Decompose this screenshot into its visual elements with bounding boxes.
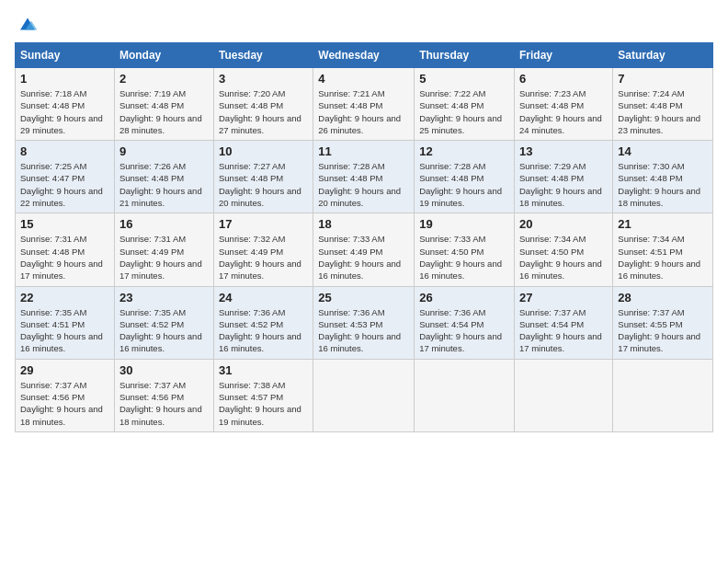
day-info: Sunrise: 7:32 AM Sunset: 4:49 PM Dayligh… [219,233,308,282]
calendar-week-4: 22 Sunrise: 7:35 AM Sunset: 4:51 PM Dayl… [16,286,713,359]
day-number: 29 [20,363,109,377]
day-number: 28 [618,291,708,304]
calendar-cell: 9 Sunrise: 7:26 AM Sunset: 4:48 PM Dayli… [114,141,213,213]
calendar-cell: 31 Sunrise: 7:38 AM Sunset: 4:57 PM Dayl… [213,359,313,431]
day-info: Sunrise: 7:28 AM Sunset: 4:48 PM Dayligh… [419,160,509,209]
day-number: 14 [618,144,708,158]
day-number: 26 [419,291,509,304]
day-number: 7 [618,72,708,86]
day-info: Sunrise: 7:20 AM Sunset: 4:48 PM Dayligh… [219,87,308,136]
day-number: 22 [20,291,109,304]
day-number: 30 [119,363,209,377]
day-number: 19 [419,217,509,231]
day-info: Sunrise: 7:21 AM Sunset: 4:48 PM Dayligh… [318,87,409,136]
calendar-cell [515,359,613,431]
day-number: 21 [618,217,708,231]
day-number: 6 [519,72,608,86]
day-number: 9 [119,144,209,158]
day-info: Sunrise: 7:18 AM Sunset: 4:48 PM Dayligh… [20,87,109,136]
calendar-header-sunday: Sunday [16,43,115,68]
calendar-cell: 17 Sunrise: 7:32 AM Sunset: 4:49 PM Dayl… [213,213,313,286]
calendar-cell: 21 Sunrise: 7:34 AM Sunset: 4:51 PM Dayl… [613,213,713,286]
calendar-cell [415,359,515,431]
day-number: 12 [419,144,509,158]
calendar-cell: 11 Sunrise: 7:28 AM Sunset: 4:48 PM Dayl… [313,141,415,213]
day-number: 16 [119,217,209,231]
day-info: Sunrise: 7:37 AM Sunset: 4:56 PM Dayligh… [119,379,209,428]
day-info: Sunrise: 7:38 AM Sunset: 4:57 PM Dayligh… [219,379,308,428]
calendar-cell: 29 Sunrise: 7:37 AM Sunset: 4:56 PM Dayl… [16,359,115,431]
calendar-cell: 1 Sunrise: 7:18 AM Sunset: 4:48 PM Dayli… [16,68,115,141]
calendar-cell: 16 Sunrise: 7:31 AM Sunset: 4:49 PM Dayl… [114,213,213,286]
calendar-cell: 5 Sunrise: 7:22 AM Sunset: 4:48 PM Dayli… [415,68,515,141]
calendar-cell: 27 Sunrise: 7:37 AM Sunset: 4:54 PM Dayl… [515,286,613,359]
day-number: 8 [20,144,109,158]
page-header [15,15,713,33]
day-info: Sunrise: 7:33 AM Sunset: 4:50 PM Dayligh… [419,233,509,282]
calendar-cell: 20 Sunrise: 7:34 AM Sunset: 4:50 PM Dayl… [515,213,613,286]
day-info: Sunrise: 7:37 AM Sunset: 4:55 PM Dayligh… [618,306,708,355]
day-info: Sunrise: 7:37 AM Sunset: 4:54 PM Dayligh… [519,306,608,355]
day-info: Sunrise: 7:31 AM Sunset: 4:48 PM Dayligh… [20,233,109,282]
day-number: 3 [219,72,308,86]
calendar-cell: 28 Sunrise: 7:37 AM Sunset: 4:55 PM Dayl… [613,286,713,359]
calendar-cell: 25 Sunrise: 7:36 AM Sunset: 4:53 PM Dayl… [313,286,415,359]
calendar-cell: 10 Sunrise: 7:27 AM Sunset: 4:48 PM Dayl… [213,141,313,213]
day-info: Sunrise: 7:29 AM Sunset: 4:48 PM Dayligh… [519,160,608,209]
day-info: Sunrise: 7:34 AM Sunset: 4:50 PM Dayligh… [519,233,608,282]
calendar-cell: 23 Sunrise: 7:35 AM Sunset: 4:52 PM Dayl… [114,286,213,359]
day-number: 15 [20,217,109,231]
calendar-cell: 19 Sunrise: 7:33 AM Sunset: 4:50 PM Dayl… [415,213,515,286]
day-number: 1 [20,72,109,86]
calendar-cell: 14 Sunrise: 7:30 AM Sunset: 4:48 PM Dayl… [613,141,713,213]
day-info: Sunrise: 7:36 AM Sunset: 4:54 PM Dayligh… [419,306,509,355]
calendar-week-3: 15 Sunrise: 7:31 AM Sunset: 4:48 PM Dayl… [16,213,713,286]
calendar-header-saturday: Saturday [613,43,713,68]
calendar-header-friday: Friday [515,43,613,68]
day-info: Sunrise: 7:22 AM Sunset: 4:48 PM Dayligh… [419,87,509,136]
day-info: Sunrise: 7:28 AM Sunset: 4:48 PM Dayligh… [318,160,409,209]
calendar-cell: 4 Sunrise: 7:21 AM Sunset: 4:48 PM Dayli… [313,68,415,141]
day-info: Sunrise: 7:19 AM Sunset: 4:48 PM Dayligh… [119,87,209,136]
calendar-header-row: SundayMondayTuesdayWednesdayThursdayFrid… [16,43,713,68]
day-number: 18 [318,217,409,231]
calendar-cell: 26 Sunrise: 7:36 AM Sunset: 4:54 PM Dayl… [415,286,515,359]
day-info: Sunrise: 7:24 AM Sunset: 4:48 PM Dayligh… [618,87,708,136]
day-number: 10 [219,144,308,158]
day-info: Sunrise: 7:23 AM Sunset: 4:48 PM Dayligh… [519,87,608,136]
day-number: 31 [219,363,308,377]
calendar-cell: 30 Sunrise: 7:37 AM Sunset: 4:56 PM Dayl… [114,359,213,431]
calendar-cell: 2 Sunrise: 7:19 AM Sunset: 4:48 PM Dayli… [114,68,213,141]
calendar-cell: 15 Sunrise: 7:31 AM Sunset: 4:48 PM Dayl… [16,213,115,286]
calendar-cell: 3 Sunrise: 7:20 AM Sunset: 4:48 PM Dayli… [213,68,313,141]
calendar-cell: 13 Sunrise: 7:29 AM Sunset: 4:48 PM Dayl… [515,141,613,213]
day-number: 5 [419,72,509,86]
day-number: 11 [318,144,409,158]
calendar-cell: 24 Sunrise: 7:36 AM Sunset: 4:52 PM Dayl… [213,286,313,359]
day-number: 24 [219,291,308,304]
calendar-cell [313,359,415,431]
calendar-cell [613,359,713,431]
calendar-header-wednesday: Wednesday [313,43,415,68]
day-info: Sunrise: 7:30 AM Sunset: 4:48 PM Dayligh… [618,160,708,209]
day-info: Sunrise: 7:35 AM Sunset: 4:52 PM Dayligh… [119,306,209,355]
day-number: 17 [219,217,308,231]
day-info: Sunrise: 7:25 AM Sunset: 4:47 PM Dayligh… [20,160,109,209]
day-info: Sunrise: 7:31 AM Sunset: 4:49 PM Dayligh… [119,233,209,282]
calendar-table: SundayMondayTuesdayWednesdayThursdayFrid… [15,42,713,432]
day-info: Sunrise: 7:34 AM Sunset: 4:51 PM Dayligh… [618,233,708,282]
day-number: 27 [519,291,608,304]
calendar-header-tuesday: Tuesday [213,43,313,68]
day-number: 4 [318,72,409,86]
day-info: Sunrise: 7:26 AM Sunset: 4:48 PM Dayligh… [119,160,209,209]
calendar-cell: 6 Sunrise: 7:23 AM Sunset: 4:48 PM Dayli… [515,68,613,141]
calendar-week-1: 1 Sunrise: 7:18 AM Sunset: 4:48 PM Dayli… [16,68,713,141]
day-info: Sunrise: 7:37 AM Sunset: 4:56 PM Dayligh… [20,379,109,428]
calendar-week-2: 8 Sunrise: 7:25 AM Sunset: 4:47 PM Dayli… [16,141,713,213]
calendar-cell: 18 Sunrise: 7:33 AM Sunset: 4:49 PM Dayl… [313,213,415,286]
calendar-week-5: 29 Sunrise: 7:37 AM Sunset: 4:56 PM Dayl… [16,359,713,431]
calendar-cell: 7 Sunrise: 7:24 AM Sunset: 4:48 PM Dayli… [613,68,713,141]
calendar-header-monday: Monday [114,43,213,68]
day-info: Sunrise: 7:33 AM Sunset: 4:49 PM Dayligh… [318,233,409,282]
day-info: Sunrise: 7:36 AM Sunset: 4:52 PM Dayligh… [219,306,308,355]
